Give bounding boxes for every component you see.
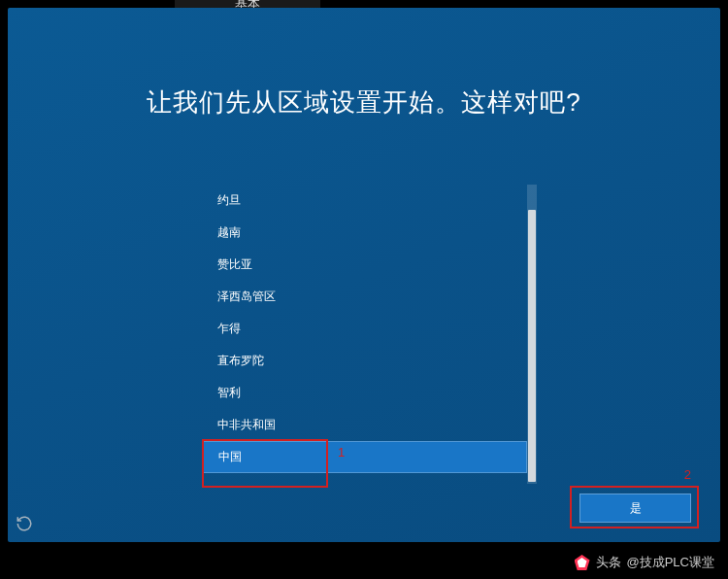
page-title: 让我们先从区域设置开始。这样对吧? bbox=[8, 85, 720, 119]
list-item-selected[interactable]: 中国 bbox=[202, 441, 527, 473]
region-list[interactable]: 约旦 越南 赞比亚 泽西岛管区 乍得 直布罗陀 智利 中非共和国 中国 bbox=[202, 185, 527, 484]
list-item[interactable]: 乍得 bbox=[202, 313, 527, 345]
list-item[interactable]: 泽西岛管区 bbox=[202, 281, 527, 313]
list-item[interactable]: 约旦 bbox=[202, 185, 527, 217]
yes-button[interactable]: 是 bbox=[579, 494, 691, 523]
toutiao-logo-icon bbox=[575, 555, 590, 570]
scrollbar-thumb[interactable] bbox=[528, 210, 536, 482]
watermark-prefix: 头条 bbox=[596, 554, 621, 571]
yes-button-label: 是 bbox=[630, 500, 642, 517]
restart-icon[interactable] bbox=[16, 515, 33, 532]
setup-screen: 让我们先从区域设置开始。这样对吧? 约旦 越南 赞比亚 泽西岛管区 乍得 直布罗… bbox=[8, 8, 720, 542]
watermark: 头条 @技成PLC课堂 bbox=[575, 554, 715, 571]
list-item[interactable]: 直布罗陀 bbox=[202, 345, 527, 377]
annotation-label: 2 bbox=[684, 467, 691, 482]
list-item[interactable]: 智利 bbox=[202, 377, 527, 409]
watermark-text: @技成PLC课堂 bbox=[627, 554, 715, 571]
list-item[interactable]: 赞比亚 bbox=[202, 249, 527, 281]
scrollbar[interactable] bbox=[527, 185, 537, 484]
list-item[interactable]: 中非共和国 bbox=[202, 409, 527, 441]
list-item[interactable]: 越南 bbox=[202, 217, 527, 249]
